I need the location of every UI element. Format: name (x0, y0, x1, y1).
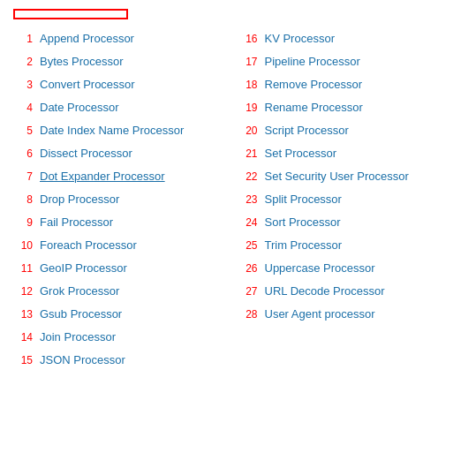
list-item: 16KV Processor (238, 32, 464, 48)
processor-link[interactable]: Grok Processor (40, 284, 119, 298)
list-item: 4Date Processor (13, 101, 238, 117)
list-item: 10Foreach Processor (13, 238, 238, 254)
item-number: 23 (238, 193, 258, 206)
item-number: 4 (13, 102, 33, 114)
item-number: 27 (238, 285, 258, 298)
processor-link[interactable]: Bytes Processor (40, 55, 124, 68)
list-item: 18Remove Processor (238, 78, 464, 94)
item-number: 7 (13, 170, 33, 183)
processor-link[interactable]: Set Processor (265, 147, 337, 160)
list-item: 13Gsub Processor (13, 307, 238, 323)
processor-link[interactable]: Append Processor (40, 32, 134, 45)
processor-link[interactable]: Dissect Processor (40, 147, 132, 160)
list-item: 6Dissect Processor (13, 147, 238, 162)
processor-link[interactable]: GeoIP Processor (40, 261, 127, 275)
list-item: 20Script Processor (238, 124, 464, 140)
item-number: 11 (13, 262, 33, 275)
list-item: 25Trim Processor (238, 238, 464, 254)
list-item: 22Set Security User Processor (238, 170, 464, 185)
item-number: 25 (238, 239, 258, 252)
item-number: 15 (13, 354, 33, 366)
processor-link[interactable]: Date Processor (40, 101, 119, 114)
processor-link[interactable]: Dot Expander Processor (40, 170, 165, 183)
processor-link[interactable]: Gsub Processor (40, 307, 122, 321)
list-item: 17Pipeline Processor (238, 55, 464, 71)
processor-link[interactable]: URL Decode Processor (265, 284, 385, 298)
list-item: 28User Agent processor (238, 307, 464, 323)
item-number: 26 (238, 262, 258, 275)
list-item: 8Drop Processor (13, 193, 238, 208)
item-number: 13 (13, 308, 33, 321)
processor-link[interactable]: Set Security User Processor (265, 170, 409, 183)
list-item: 1Append Processor (13, 32, 238, 48)
processor-link[interactable]: Join Processor (40, 330, 116, 344)
list-item: 5Date Index Name Processor (13, 124, 238, 140)
list-item: 15JSON Processor (13, 353, 238, 369)
processor-link[interactable]: Script Processor (265, 124, 349, 137)
processor-link[interactable]: Remove Processor (265, 78, 363, 91)
processor-link[interactable]: JSON Processor (40, 353, 125, 366)
processor-link[interactable]: Uppercase Processor (265, 261, 375, 275)
item-number: 5 (13, 125, 33, 137)
item-number: 18 (238, 79, 258, 91)
list-item: 21Set Processor (238, 147, 464, 162)
section-header[interactable] (13, 9, 128, 19)
processor-link[interactable]: Sort Processor (265, 215, 341, 229)
list-item: 23Split Processor (238, 193, 464, 208)
item-number: 22 (238, 170, 258, 183)
item-number: 1 (13, 33, 33, 45)
item-number: 14 (13, 331, 33, 344)
item-number: 16 (238, 33, 258, 45)
left-column: 1Append Processor2Bytes Processor3Conver… (13, 32, 238, 376)
list-item: 9Fail Processor (13, 215, 238, 231)
item-number: 19 (238, 102, 258, 114)
item-number: 21 (238, 147, 258, 160)
item-number: 12 (13, 285, 33, 298)
processor-link[interactable]: Pipeline Processor (265, 55, 360, 68)
processor-link[interactable]: User Agent processor (265, 307, 375, 321)
list-item: 2Bytes Processor (13, 55, 238, 71)
item-number: 2 (13, 56, 33, 68)
list-item: 19Rename Processor (238, 101, 464, 117)
item-number: 8 (13, 193, 33, 206)
list-item: 7Dot Expander Processor (13, 170, 238, 185)
processor-link[interactable]: Date Index Name Processor (40, 124, 184, 137)
list-item: 14Join Processor (13, 330, 238, 346)
list-item: 27URL Decode Processor (238, 284, 464, 300)
processor-link[interactable]: KV Processor (265, 32, 335, 45)
columns-wrapper: 1Append Processor2Bytes Processor3Conver… (13, 32, 463, 376)
item-number: 9 (13, 216, 33, 229)
item-number: 24 (238, 216, 258, 229)
list-item: 12Grok Processor (13, 284, 238, 300)
item-number: 28 (238, 308, 258, 321)
processor-link[interactable]: Foreach Processor (40, 238, 137, 252)
item-number: 6 (13, 147, 33, 160)
processor-link[interactable]: Trim Processor (265, 238, 343, 252)
processor-link[interactable]: Split Processor (265, 193, 342, 206)
processor-link[interactable]: Drop Processor (40, 193, 119, 206)
item-number: 17 (238, 56, 258, 68)
item-number: 20 (238, 125, 258, 137)
processor-link[interactable]: Fail Processor (40, 215, 113, 229)
item-number: 3 (13, 79, 33, 91)
list-item: 3Convert Processor (13, 78, 238, 94)
list-item: 24Sort Processor (238, 215, 464, 231)
item-number: 10 (13, 239, 33, 252)
list-item: 11GeoIP Processor (13, 261, 238, 277)
processor-link[interactable]: Rename Processor (265, 101, 363, 114)
right-column: 16KV Processor17Pipeline Processor18Remo… (238, 32, 464, 376)
processor-link[interactable]: Convert Processor (40, 78, 135, 91)
list-item: 26Uppercase Processor (238, 261, 464, 277)
